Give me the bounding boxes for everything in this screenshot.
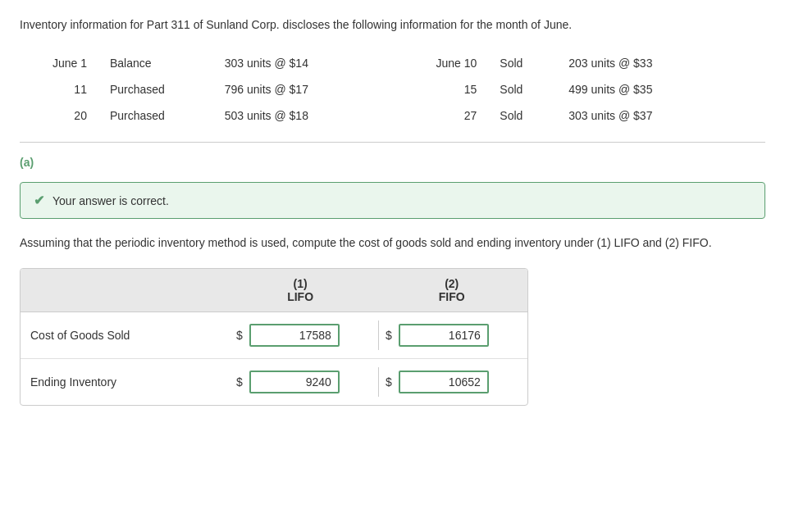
inv-units: 503 units @ $18 bbox=[215, 102, 399, 129]
inv-action: Purchased bbox=[100, 76, 215, 102]
inventory-row: 11 Purchased 796 units @ $17 15 Sold 499… bbox=[20, 76, 765, 102]
row-label-0: Cost of Goods Sold bbox=[21, 325, 230, 345]
input-group-fifo-1: $ bbox=[379, 367, 527, 397]
intro-text: Inventory information for Part 311 of Su… bbox=[20, 16, 765, 34]
inv-date2: 27 bbox=[399, 102, 491, 129]
input-group-fifo-0: $ bbox=[379, 321, 527, 350]
header-fifo: (2) FIFO bbox=[376, 269, 527, 311]
header-lifo: (1) LIFO bbox=[225, 269, 377, 311]
inv-units: 796 units @ $17 bbox=[215, 76, 399, 102]
input-lifo-0[interactable] bbox=[249, 324, 340, 347]
inventory-row: 20 Purchased 503 units @ $18 27 Sold 303… bbox=[20, 102, 765, 129]
inv-units2: 303 units @ $37 bbox=[559, 102, 765, 129]
inv-action: Purchased bbox=[100, 102, 215, 129]
page-container: Inventory information for Part 311 of Su… bbox=[0, 0, 785, 532]
dollar-sign-lifo-1: $ bbox=[236, 375, 243, 389]
input-group-lifo-0: $ bbox=[230, 321, 378, 350]
inv-action2: Sold bbox=[490, 50, 559, 76]
question-text: Assuming that the periodic inventory met… bbox=[20, 234, 765, 252]
row-label-1: Ending Inventory bbox=[21, 372, 230, 392]
inv-date2: 15 bbox=[399, 76, 491, 102]
input-group-lifo-1: $ bbox=[230, 367, 378, 397]
answer-rows-container: Cost of Goods Sold $ $ Ending Inventory … bbox=[21, 312, 527, 405]
success-banner: ✔ Your answer is correct. bbox=[20, 182, 765, 219]
inv-action: Balance bbox=[100, 50, 215, 76]
inv-date: 11 bbox=[20, 76, 100, 102]
success-message: Your answer is correct. bbox=[52, 194, 169, 207]
inv-action2: Sold bbox=[490, 76, 559, 102]
dollar-sign-fifo-0: $ bbox=[386, 329, 392, 342]
header-blank bbox=[21, 269, 225, 311]
input-lifo-1[interactable] bbox=[249, 371, 340, 393]
inv-date: 20 bbox=[20, 102, 100, 129]
inv-date2: June 10 bbox=[399, 50, 491, 76]
section-divider bbox=[20, 142, 765, 143]
check-icon: ✔ bbox=[34, 193, 44, 208]
answer-header-row: (1) LIFO (2) FIFO bbox=[21, 269, 527, 312]
dollar-sign-lifo-0: $ bbox=[236, 329, 243, 342]
input-fifo-0[interactable] bbox=[399, 324, 489, 347]
input-fifo-1[interactable] bbox=[399, 371, 489, 393]
inv-units2: 203 units @ $33 bbox=[559, 50, 765, 76]
inv-date: June 1 bbox=[20, 50, 100, 76]
inv-units: 303 units @ $14 bbox=[215, 50, 399, 76]
inventory-table: June 1 Balance 303 units @ $14 June 10 S… bbox=[20, 50, 765, 129]
section-a-label: (a) bbox=[20, 156, 765, 169]
inv-action2: Sold bbox=[490, 102, 559, 129]
answer-grid: (1) LIFO (2) FIFO Cost of Goods Sold $ $… bbox=[20, 268, 528, 406]
dollar-sign-fifo-1: $ bbox=[386, 375, 392, 389]
inventory-row: June 1 Balance 303 units @ $14 June 10 S… bbox=[20, 50, 765, 76]
answer-data-row: Cost of Goods Sold $ $ bbox=[21, 312, 527, 359]
inv-units2: 499 units @ $35 bbox=[559, 76, 765, 102]
answer-data-row: Ending Inventory $ $ bbox=[21, 359, 527, 405]
